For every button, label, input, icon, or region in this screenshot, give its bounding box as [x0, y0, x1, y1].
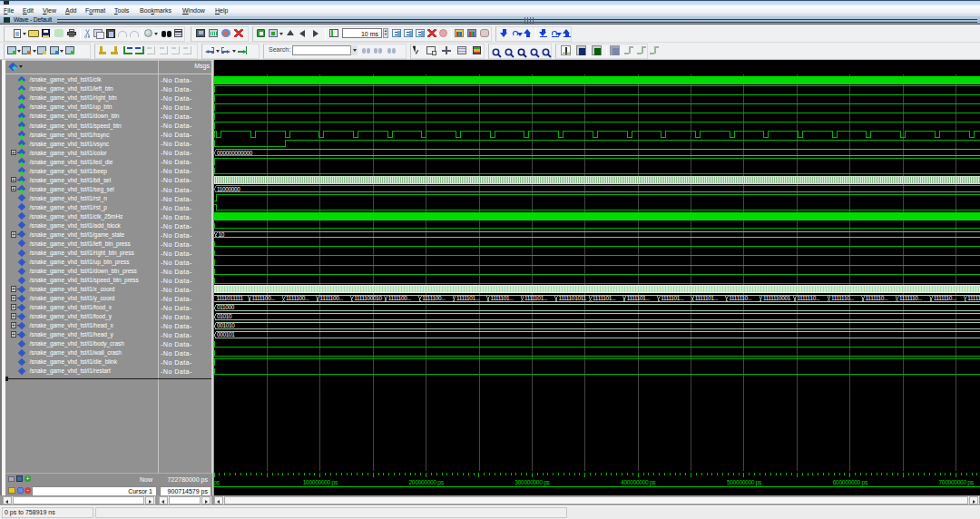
svg-text:400000000 ps: 400000000 ps: [621, 479, 656, 486]
svg-text:300000000 ps: 300000000 ps: [514, 479, 550, 486]
svg-text:1111101...: 1111101...: [593, 295, 616, 301]
svg-text:1111100010: 1111100010: [354, 295, 382, 301]
svg-text:1111110...: 1111110...: [967, 295, 980, 301]
svg-text:100000000 ps: 100000000 ps: [303, 479, 338, 486]
svg-text:1111100...: 1111100...: [286, 295, 309, 301]
svg-text:1111011111: 1111011111: [217, 295, 244, 301]
svg-text:1111100...: 1111100...: [320, 295, 344, 301]
svg-text:1111110...: 1111110...: [798, 295, 820, 301]
svg-text:1111101...: 1111101...: [661, 295, 684, 301]
svg-text:10: 10: [219, 231, 225, 238]
svg-text:0 ps: 0 ps: [214, 479, 220, 486]
svg-text:001010: 001010: [217, 322, 235, 328]
svg-text:1111101...: 1111101...: [695, 295, 719, 301]
svg-text:01010: 01010: [217, 313, 232, 319]
svg-text:1111101...: 1111101...: [490, 295, 514, 301]
svg-text:1111101...: 1111101...: [524, 295, 548, 301]
svg-text:1111110...: 1111110...: [729, 295, 751, 301]
svg-text:11000000: 11000000: [217, 186, 240, 192]
svg-text:1111100...: 1111100...: [252, 295, 276, 301]
svg-text:700000000 ps: 700000000 ps: [938, 479, 974, 486]
svg-text:600000000 ps: 600000000 ps: [833, 479, 868, 486]
svg-text:1111101...: 1111101...: [627, 295, 651, 301]
svg-text:1111101...: 1111101...: [456, 295, 480, 301]
svg-text:000101: 000101: [217, 331, 235, 338]
svg-text:1111110...: 1111110...: [866, 295, 888, 301]
svg-text:500000000 ps: 500000000 ps: [727, 479, 762, 486]
svg-text:1111100...: 1111100...: [388, 295, 412, 301]
svg-text:1111110...: 1111110...: [899, 295, 922, 301]
svg-text:000000000000: 000000000000: [217, 150, 253, 156]
svg-text:1111100...: 1111100...: [422, 295, 446, 301]
svg-text:1111110...: 1111110...: [831, 295, 854, 301]
svg-text:1111110...: 1111110...: [934, 295, 956, 301]
svg-text:1111101011: 1111101011: [559, 295, 587, 301]
svg-text:200000000 ps: 200000000 ps: [408, 479, 444, 486]
svg-text:1111110001: 1111110001: [763, 295, 791, 301]
svg-text:011000: 011000: [217, 304, 235, 310]
